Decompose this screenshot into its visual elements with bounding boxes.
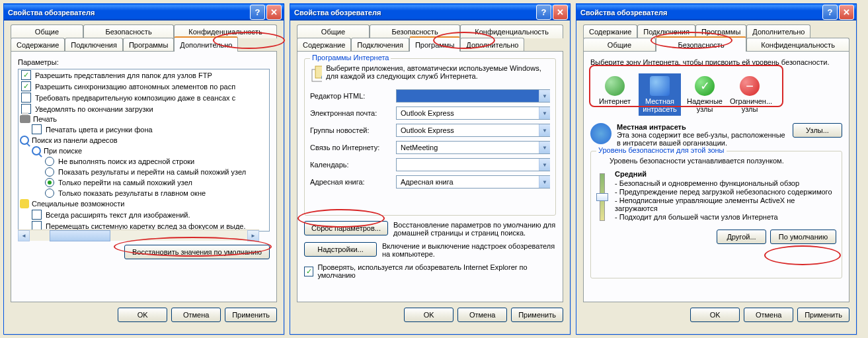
internet-call-select[interactable]: NetMeeting bbox=[396, 141, 550, 154]
title: Свойства обозревателя bbox=[580, 9, 821, 17]
apply-button[interactable]: Применить bbox=[225, 308, 277, 322]
scroll-left-icon[interactable]: ◄ bbox=[18, 230, 30, 241]
scroll-right-icon[interactable]: ► bbox=[247, 230, 259, 241]
zone-list: Интернет Местная интрасеть ✓ Надежные уз… bbox=[590, 70, 842, 119]
tab-content[interactable]: Содержание bbox=[583, 24, 637, 38]
params-label: Параметры: bbox=[18, 58, 270, 66]
custom-level-button[interactable]: Другой... bbox=[717, 230, 766, 244]
calendar-select[interactable] bbox=[396, 158, 550, 171]
group-title: Уровень безопасности для этой зоны bbox=[596, 146, 727, 154]
close-icon[interactable]: ✕ bbox=[553, 5, 568, 20]
tab-privacy[interactable]: Конфиденциальность bbox=[460, 24, 563, 38]
help-icon[interactable]: ? bbox=[536, 5, 551, 20]
tab-privacy[interactable]: Конфиденциальность bbox=[746, 38, 849, 52]
settings-listbox[interactable]: ✓Разрешить представления для папок для у… bbox=[18, 69, 270, 232]
radio-icon[interactable] bbox=[45, 178, 54, 187]
group-title: Программы Интернета bbox=[310, 54, 391, 62]
zone-trusted[interactable]: ✓ Надежные узлы bbox=[684, 73, 726, 116]
zone-description: Эта зона содержит все веб-узлы, располож… bbox=[617, 131, 787, 147]
svg-rect-1 bbox=[315, 66, 322, 78]
search-icon bbox=[20, 136, 29, 145]
ok-button[interactable]: OK bbox=[118, 308, 167, 322]
tab-advanced[interactable]: Дополнительно bbox=[174, 36, 238, 52]
level-name: Средний bbox=[615, 170, 836, 178]
address-book-select[interactable]: Адресная книга bbox=[396, 175, 550, 189]
tab-security[interactable]: Безопасность bbox=[83, 24, 174, 38]
zone-title: Местная интрасеть bbox=[617, 123, 686, 131]
accessibility-icon bbox=[20, 199, 29, 208]
trusted-icon: ✓ bbox=[695, 76, 715, 96]
intranet-icon bbox=[650, 76, 670, 96]
checkbox-icon[interactable]: ✓ bbox=[304, 267, 313, 276]
help-icon[interactable]: ? bbox=[822, 5, 838, 20]
zone-internet[interactable]: Интернет bbox=[594, 73, 636, 116]
tab-security[interactable]: Безопасность bbox=[656, 36, 746, 52]
printer-icon bbox=[20, 115, 30, 123]
scroll-thumb[interactable] bbox=[50, 230, 110, 241]
titlebar[interactable]: Свойства обозревателя ? ✕ bbox=[576, 4, 856, 21]
ok-button[interactable]: OK bbox=[404, 308, 454, 322]
titlebar[interactable]: Свойства обозревателя ? ✕ bbox=[290, 4, 570, 21]
intranet-icon bbox=[590, 123, 612, 144]
tab-content[interactable]: Содержание bbox=[297, 38, 351, 52]
tab-programs[interactable]: Программы bbox=[123, 38, 174, 52]
checkbox-icon[interactable]: ✓ bbox=[21, 81, 31, 91]
apply-button[interactable]: Применить bbox=[797, 308, 849, 322]
security-level-group: Уровень безопасности для этой зоны Урове… bbox=[590, 151, 842, 278]
tab-general[interactable]: Общие bbox=[11, 24, 83, 38]
restore-defaults-button[interactable]: Восстановить значения по умолчанию bbox=[124, 245, 270, 259]
radio-icon[interactable] bbox=[45, 157, 54, 166]
tab-advanced[interactable]: Дополнительно bbox=[746, 24, 810, 38]
tab-content[interactable]: Содержание bbox=[11, 38, 65, 52]
ok-button[interactable]: OK bbox=[690, 308, 740, 322]
help-icon[interactable]: ? bbox=[250, 5, 265, 20]
title: Свойства обозревателя bbox=[8, 9, 249, 17]
tab-panel-programs: Программы Интернета Выберите приложения,… bbox=[297, 51, 563, 302]
apply-button[interactable]: Применить bbox=[511, 308, 563, 322]
newsgroups-select[interactable]: Outlook Express bbox=[396, 124, 550, 137]
zone-restricted[interactable]: − Ограничен... узлы bbox=[729, 73, 771, 116]
tab-general[interactable]: Общие bbox=[583, 38, 656, 52]
default-level-button[interactable]: По умолчанию bbox=[770, 230, 836, 244]
close-icon[interactable]: ✕ bbox=[266, 5, 282, 20]
restricted-icon: − bbox=[740, 76, 760, 96]
titlebar[interactable]: Свойства обозревателя ? ✕ bbox=[4, 4, 284, 21]
addons-hint: Включение и выключение надстроек обозрев… bbox=[382, 242, 556, 258]
title: Свойства обозревателя bbox=[294, 9, 535, 17]
tab-general[interactable]: Общие bbox=[297, 24, 370, 38]
programs-desc: Выберите приложения, автоматически испол… bbox=[326, 64, 550, 80]
checkbox-icon[interactable]: ✓ bbox=[21, 70, 31, 80]
tab-programs[interactable]: Программы bbox=[409, 36, 460, 52]
horizontal-scrollbar[interactable]: ◄ ► bbox=[18, 230, 259, 241]
tabrow-bottom: Общие Безопасность Конфиденциальность bbox=[583, 38, 849, 52]
email-select[interactable]: Outlook Express bbox=[396, 106, 550, 120]
tab-connections[interactable]: Подключения bbox=[351, 38, 409, 52]
radio-icon[interactable] bbox=[45, 189, 54, 198]
cancel-button[interactable]: Отмена bbox=[457, 308, 507, 322]
close-icon[interactable]: ✕ bbox=[839, 5, 854, 20]
security-slider[interactable] bbox=[596, 170, 608, 223]
addons-button[interactable]: Надстройки... bbox=[304, 242, 377, 257]
tabrow-bottom: Содержание Подключения Программы Дополни… bbox=[297, 38, 563, 52]
globe-icon bbox=[605, 76, 625, 96]
sites-button[interactable]: Узлы... bbox=[793, 123, 842, 138]
cancel-button[interactable]: Отмена bbox=[744, 308, 793, 322]
checkbox-icon[interactable] bbox=[32, 124, 42, 134]
tab-panel-advanced: Параметры: ✓Разрешить представления для … bbox=[11, 51, 277, 302]
zone-intranet[interactable]: Местная интрасеть bbox=[639, 73, 681, 116]
slider-thumb-icon[interactable] bbox=[596, 193, 608, 201]
reset-defaults-button[interactable]: Сброс параметров... bbox=[304, 221, 388, 235]
dialog-programs: Свойства обозревателя ? ✕ Общие Безопасн… bbox=[290, 3, 571, 335]
tab-panel-security: Выберите зону Интернета, чтобы присвоить… bbox=[583, 51, 849, 302]
tab-connections[interactable]: Подключения bbox=[65, 38, 123, 52]
dialog-advanced: Свойства обозревателя ? ✕ Общие Безопасн… bbox=[3, 3, 284, 335]
cancel-button[interactable]: Отмена bbox=[171, 308, 221, 322]
radio-icon[interactable] bbox=[45, 167, 54, 177]
internet-programs-group: Программы Интернета Выберите приложения,… bbox=[304, 58, 556, 216]
html-editor-select[interactable] bbox=[396, 89, 550, 103]
search-icon bbox=[32, 146, 41, 155]
tabrow-bottom: Содержание Подключения Программы Дополни… bbox=[11, 38, 277, 52]
checkbox-icon[interactable] bbox=[32, 210, 42, 220]
checkbox-icon[interactable] bbox=[21, 93, 31, 103]
tab-advanced[interactable]: Дополнительно bbox=[460, 38, 524, 52]
